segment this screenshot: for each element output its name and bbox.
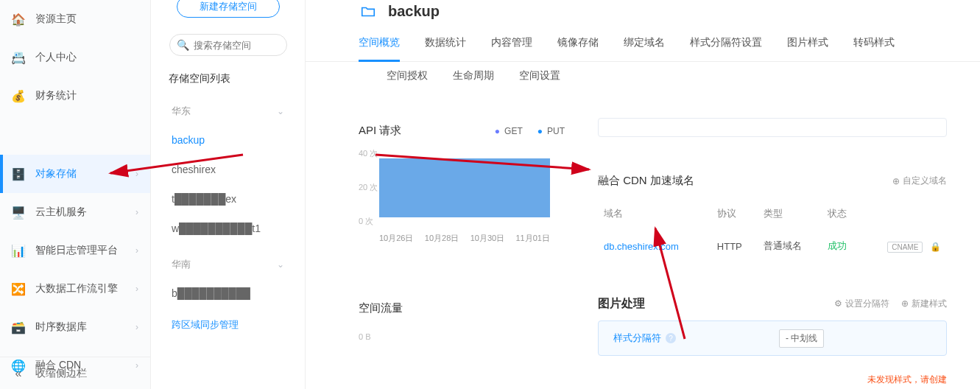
nav-label: 对象存储 bbox=[35, 167, 77, 181]
tab-label: 图片样式 bbox=[787, 36, 828, 48]
help-icon[interactable]: ? bbox=[666, 333, 676, 343]
col-type: 类型 bbox=[759, 200, 822, 231]
new-bucket-label: 新建存储空间 bbox=[200, 0, 257, 13]
search-wrap: 🔍 bbox=[169, 34, 287, 56]
nav-item-log-platform[interactable]: 📊 智能日志管理平台 › bbox=[0, 231, 150, 270]
api-title: API 请求 bbox=[359, 124, 401, 138]
tab-mirror[interactable]: 镜像存储 bbox=[557, 36, 599, 61]
tab-image-style[interactable]: 图片样式 bbox=[787, 36, 828, 61]
tab-label: 空间授权 bbox=[387, 69, 428, 81]
image-actions: ⚙ 设置分隔符 ⊕ 新建样式 bbox=[834, 298, 947, 310]
bucket-panel: 新建存储空间 🔍 存储空间列表 华东 ⌄ backup cheshirex t█… bbox=[151, 0, 306, 389]
separator-value: - 中划线 bbox=[779, 329, 824, 348]
legend-put: PUT bbox=[537, 126, 565, 136]
region-south[interactable]: 华南 ⌄ bbox=[151, 250, 305, 278]
region-label: 华东 bbox=[172, 105, 191, 118]
tab-auth[interactable]: 空间授权 bbox=[387, 69, 428, 83]
nav-item-tsdb[interactable]: 🗃️ 时序数据库 › bbox=[0, 308, 150, 346]
traffic-section: 空间流量 0 B bbox=[359, 301, 565, 342]
tabs-row-1: 空间概览 数据统计 内容管理 镜像存储 绑定域名 样式分隔符设置 图片样式 转码… bbox=[306, 32, 980, 62]
region-label: 华南 bbox=[172, 258, 191, 271]
log-icon: 📊 bbox=[10, 242, 27, 259]
sep-text: 样式分隔符 bbox=[613, 332, 661, 345]
home-icon: 🏠 bbox=[10, 11, 27, 27]
bucket-item[interactable]: cheshirex bbox=[151, 155, 305, 184]
api-legend: GET PUT bbox=[495, 126, 565, 136]
cdn-table: 域名 协议 类型 状态 db.cheshirex.com HTTP 普通域名 成… bbox=[598, 198, 947, 262]
image-title: 图片处理 bbox=[598, 295, 645, 312]
xtick: 11月01日 bbox=[515, 233, 549, 244]
tab-label: 样式分隔符设置 bbox=[690, 36, 762, 48]
lock-icon: 🔒 bbox=[930, 242, 941, 252]
cross-region-label: 跨区域同步管理 bbox=[172, 319, 239, 330]
bucket-item[interactable]: b██████████ bbox=[151, 278, 305, 308]
nav-label: 资源主页 bbox=[35, 13, 77, 26]
set-separator-button[interactable]: ⚙ 设置分隔符 bbox=[834, 298, 889, 310]
chevron-right-icon: › bbox=[135, 169, 138, 179]
tab-bind-domain[interactable]: 绑定域名 bbox=[624, 36, 665, 61]
xtick: 10月30日 bbox=[470, 233, 504, 244]
bucket-label: b██████████ bbox=[172, 287, 250, 299]
col-proto: 协议 bbox=[713, 200, 758, 231]
chevron-down-icon: ⌄ bbox=[277, 259, 284, 270]
xtick: 10月26日 bbox=[379, 233, 413, 244]
ytick: 40 次 bbox=[359, 148, 378, 159]
ytick: 20 次 bbox=[359, 182, 378, 193]
nav-item-object-storage[interactable]: 🗄️ 对象存储 › bbox=[0, 155, 150, 193]
collapse-sidebar[interactable]: « 收缩侧边栏 bbox=[0, 357, 150, 389]
tab-style-sep[interactable]: 样式分隔符设置 bbox=[690, 36, 762, 61]
nav-label: 时序数据库 bbox=[35, 320, 87, 334]
nav-item-cloud-host[interactable]: 🖥️ 云主机服务 › bbox=[0, 193, 150, 231]
tab-label: 镜像存储 bbox=[557, 36, 599, 48]
separator-box: 样式分隔符 ? - 中划线 bbox=[598, 320, 947, 356]
custom-domain-button[interactable]: ⊕ 自定义域名 bbox=[892, 175, 947, 187]
bucket-item-backup[interactable]: backup bbox=[151, 125, 305, 155]
chevron-right-icon: › bbox=[135, 245, 138, 256]
bucket-item[interactable]: t███████ex bbox=[151, 184, 305, 214]
cross-region-sync[interactable]: 跨区域同步管理 bbox=[151, 308, 305, 332]
bucket-item[interactable]: w██████████t1 bbox=[151, 214, 305, 243]
custom-domain-label: 自定义域名 bbox=[903, 175, 947, 187]
tab-transcode-style[interactable]: 转码样式 bbox=[853, 36, 895, 61]
tab-label: 空间概览 bbox=[359, 36, 400, 48]
separator-label: 样式分隔符 ? bbox=[613, 332, 676, 345]
tab-label: 内容管理 bbox=[491, 36, 532, 48]
bucket-label: cheshirex bbox=[172, 164, 216, 175]
nav-item-profile[interactable]: 📇 个人中心 bbox=[0, 38, 150, 77]
right-column: 融合 CDN 加速域名 ⊕ 自定义域名 域名 协议 类型 状态 db.chesh… bbox=[598, 118, 947, 356]
nav-item-bigdata-flow[interactable]: 🔀 大数据工作流引擎 › bbox=[0, 270, 150, 308]
tab-lifecycle[interactable]: 生命周期 bbox=[453, 69, 494, 83]
tab-overview[interactable]: 空间概览 bbox=[359, 36, 400, 62]
traffic-y0: 0 B bbox=[359, 332, 371, 341]
region-east[interactable]: 华东 ⌄ bbox=[151, 97, 305, 125]
no-style-hint: 未发现样式，请创建 bbox=[867, 374, 947, 386]
tab-content[interactable]: 内容管理 bbox=[491, 36, 532, 61]
cdn-head: 融合 CDN 加速域名 ⊕ 自定义域名 bbox=[598, 174, 947, 188]
chart-area bbox=[379, 158, 550, 217]
nav-item-finance[interactable]: 💰 财务统计 bbox=[0, 77, 150, 115]
main: backup 空间概览 数据统计 内容管理 镜像存储 绑定域名 样式分隔符设置 … bbox=[306, 0, 980, 389]
cdn-domain-link[interactable]: db.cheshirex.com bbox=[604, 241, 679, 252]
nav-label: 智能日志管理平台 bbox=[35, 244, 118, 257]
nav-label: 大数据工作流引擎 bbox=[35, 282, 118, 295]
table-row: db.cheshirex.com HTTP 普通域名 成功 CNAME 🔒 bbox=[599, 232, 945, 260]
tab-settings[interactable]: 空间设置 bbox=[519, 69, 560, 83]
info-box bbox=[598, 118, 947, 137]
new-bucket-button[interactable]: 新建存储空间 bbox=[177, 0, 280, 18]
tab-stats[interactable]: 数据统计 bbox=[425, 36, 466, 61]
plus-icon: ⊕ bbox=[901, 298, 909, 309]
ytick: 0 次 bbox=[359, 216, 373, 227]
new-style-button[interactable]: ⊕ 新建样式 bbox=[901, 298, 947, 310]
dataflow-icon: 🔀 bbox=[10, 281, 27, 297]
bucket-label: backup bbox=[172, 134, 205, 146]
cdn-status: 成功 bbox=[828, 240, 847, 251]
cname-badge: CNAME bbox=[887, 242, 923, 253]
nav-item-resources[interactable]: 🏠 资源主页 bbox=[0, 0, 150, 38]
bucket-label: w██████████t1 bbox=[172, 222, 261, 234]
title-row: backup bbox=[306, 0, 980, 32]
legend-get: GET bbox=[495, 126, 523, 136]
tsdb-icon: 🗃️ bbox=[10, 319, 27, 335]
col-domain: 域名 bbox=[599, 200, 711, 231]
user-icon: 📇 bbox=[10, 49, 27, 66]
left-nav: 🏠 资源主页 📇 个人中心 💰 财务统计 🗄️ 对象存储 › 🖥️ 云主机服务 … bbox=[0, 0, 151, 389]
